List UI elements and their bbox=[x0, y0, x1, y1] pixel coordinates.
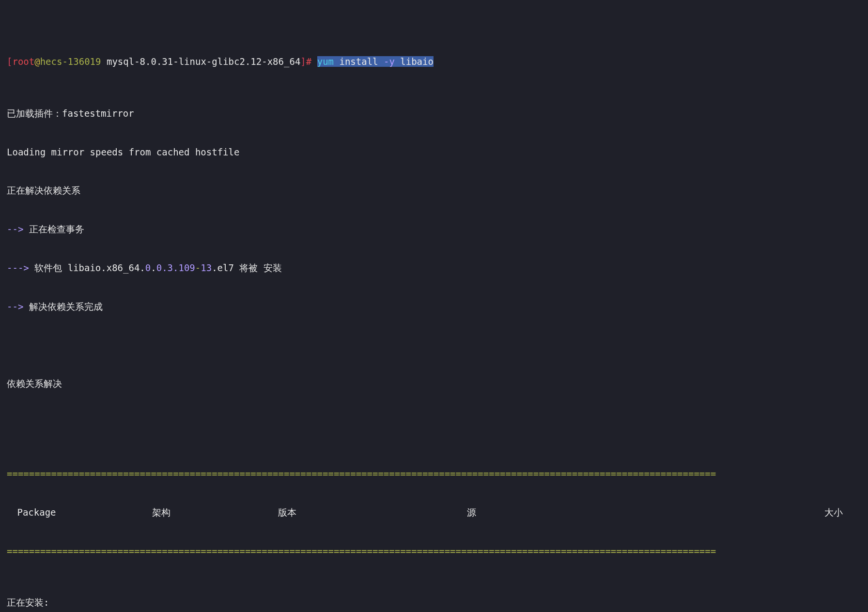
cmd-flag: -y bbox=[378, 56, 395, 67]
arrow-icon: --> bbox=[7, 224, 29, 234]
blank-line bbox=[7, 416, 861, 429]
table-header: Package 架构 版本 源 大小 bbox=[7, 506, 861, 519]
output-line: --> 正在检查事务 bbox=[7, 223, 861, 236]
prompt-hash: # bbox=[306, 56, 311, 67]
output-line: Loading mirror speeds from cached hostfi… bbox=[7, 146, 861, 159]
divider: ========================================… bbox=[7, 467, 861, 480]
th-package: Package bbox=[7, 506, 152, 519]
prompt-line[interactable]: [root@hecs-136019 mysql-8.0.31-linux-gli… bbox=[7, 55, 861, 68]
arrow-icon: --> bbox=[7, 301, 29, 312]
prompt-at: @ bbox=[34, 56, 40, 67]
th-repo: 源 bbox=[467, 506, 588, 519]
cmd-install: install bbox=[334, 56, 378, 67]
prompt-rbracket: ] bbox=[300, 56, 306, 67]
cmd-pkg: libaio bbox=[395, 56, 434, 67]
output-text: 正在检查事务 bbox=[29, 224, 84, 234]
output-text: .el7 将被 安装 bbox=[212, 262, 282, 273]
th-size: 大小 bbox=[588, 506, 861, 519]
dot: . bbox=[151, 262, 156, 273]
dash: - bbox=[195, 262, 201, 273]
num: 0.3.109 bbox=[156, 262, 195, 273]
cmd-yum: yum bbox=[317, 56, 334, 67]
output-line: --> 解决依赖关系完成 bbox=[7, 300, 861, 313]
prompt-cwd: mysql-8.0.31-linux-glibc2.12-x86_64 bbox=[101, 56, 301, 67]
prompt-host: hecs-136019 bbox=[40, 56, 101, 67]
th-arch: 架构 bbox=[152, 506, 278, 519]
installing-header: 正在安装: bbox=[7, 596, 861, 609]
output-line: ---> 软件包 libaio.x86_64.0.0.3.109-13.el7 … bbox=[7, 261, 861, 275]
output-text: 软件包 libaio.x86_64. bbox=[34, 262, 145, 273]
th-version: 版本 bbox=[278, 506, 467, 519]
output-text: 解决依赖关系完成 bbox=[29, 301, 103, 312]
divider: ========================================… bbox=[7, 545, 861, 558]
command-text[interactable]: yum install -y libaio bbox=[317, 56, 434, 67]
output-line: 已加载插件：fastestmirror bbox=[7, 107, 861, 120]
terminal[interactable]: [root@hecs-136019 mysql-8.0.31-linux-gli… bbox=[0, 0, 868, 612]
arrow-icon: ---> bbox=[7, 262, 34, 273]
prompt-lbracket: [ bbox=[7, 56, 12, 67]
output-line: 正在解决依赖关系 bbox=[7, 184, 861, 197]
num: 0 bbox=[145, 262, 151, 273]
prompt-user: root bbox=[12, 56, 34, 67]
blank-line bbox=[7, 338, 861, 352]
num: 13 bbox=[201, 262, 212, 273]
output-line: 依赖关系解决 bbox=[7, 377, 861, 390]
